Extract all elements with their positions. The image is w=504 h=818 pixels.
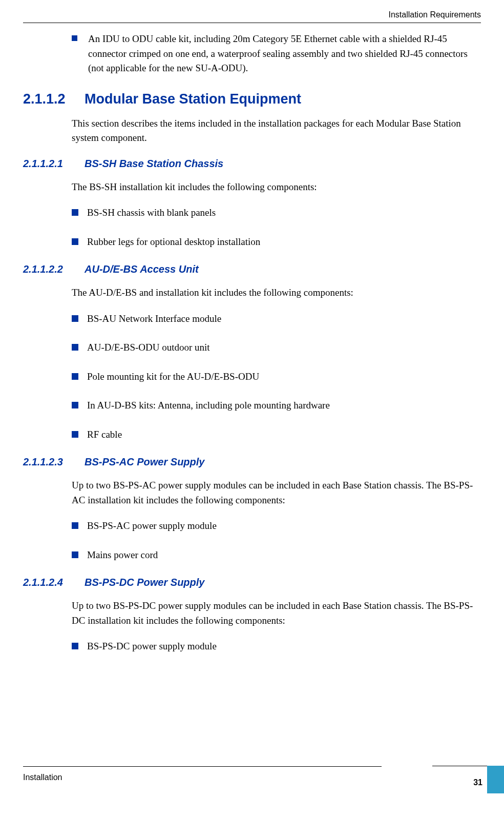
page-number-rule	[432, 766, 487, 766]
paragraph: The AU-D/E-BS and installation kit inclu…	[72, 285, 481, 300]
heading-title: Modular Base Station Equipment	[85, 91, 301, 107]
list-item: Pole mounting kit for the AU-D/E-BS-ODU	[72, 370, 481, 384]
list-item: Rubber legs for optional desktop install…	[72, 235, 481, 250]
bullet-list: BS-SH chassis with blank panels Rubber l…	[72, 206, 481, 249]
list-item: In AU-D-BS kits: Antenna, including pole…	[72, 398, 481, 413]
heading-3: 2.1.1.2.2 AU-D/E-BS Access Unit	[23, 263, 481, 275]
list-item: BS-PS-AC power supply module	[72, 519, 481, 534]
bullet-list: BS-AU Network Interface module AU-D/E-BS…	[72, 312, 481, 442]
page-number-block: 31	[432, 766, 504, 793]
heading-title: BS-PS-DC Power Supply	[85, 577, 204, 588]
list-item: BS-PS-DC power supply module	[72, 639, 481, 654]
page-number: 31	[473, 778, 482, 787]
list-item: BS-AU Network Interface module	[72, 312, 481, 326]
footer-rule	[23, 766, 382, 767]
page-number-bar	[487, 766, 504, 793]
header-right: Installation Requirements	[388, 10, 481, 19]
list-item: RF cable	[72, 427, 481, 442]
heading-number: 2.1.1.2.2	[23, 263, 85, 275]
heading-title: AU-D/E-BS Access Unit	[85, 263, 199, 275]
paragraph: Up to two BS-PS-DC power supply modules …	[72, 599, 481, 628]
paragraph: This section describes the items include…	[72, 116, 481, 146]
heading-title: BS-PS-AC Power Supply	[85, 456, 204, 468]
heading-3: 2.1.1.2.1 BS-SH Base Station Chassis	[23, 158, 481, 170]
heading-title: BS-SH Base Station Chassis	[85, 158, 223, 170]
heading-2: 2.1.1.2 Modular Base Station Equipment	[23, 91, 481, 107]
paragraph: Up to two BS-PS-AC power supply modules …	[72, 478, 481, 507]
heading-number: 2.1.1.2	[23, 91, 85, 107]
heading-number: 2.1.1.2.1	[23, 158, 85, 170]
list-item: An IDU to ODU cable kit, including 20m C…	[72, 32, 481, 76]
list-item: AU-D/E-BS-ODU outdoor unit	[72, 340, 481, 355]
heading-number: 2.1.1.2.4	[23, 577, 85, 588]
heading-number: 2.1.1.2.3	[23, 456, 85, 468]
list-item: BS-SH chassis with blank panels	[72, 206, 481, 220]
footer-left: Installation	[23, 773, 62, 782]
bullet-list: BS-PS-AC power supply module Mains power…	[72, 519, 481, 562]
heading-3: 2.1.1.2.4 BS-PS-DC Power Supply	[23, 577, 481, 588]
list-item: Mains power cord	[72, 548, 481, 563]
heading-3: 2.1.1.2.3 BS-PS-AC Power Supply	[23, 456, 481, 468]
page-content: An IDU to ODU cable kit, including 20m C…	[23, 32, 481, 668]
header-rule	[23, 23, 481, 23]
bullet-list: BS-PS-DC power supply module	[72, 639, 481, 654]
paragraph: The BS-SH installation kit includes the …	[72, 180, 481, 195]
intro-list: An IDU to ODU cable kit, including 20m C…	[72, 32, 481, 76]
